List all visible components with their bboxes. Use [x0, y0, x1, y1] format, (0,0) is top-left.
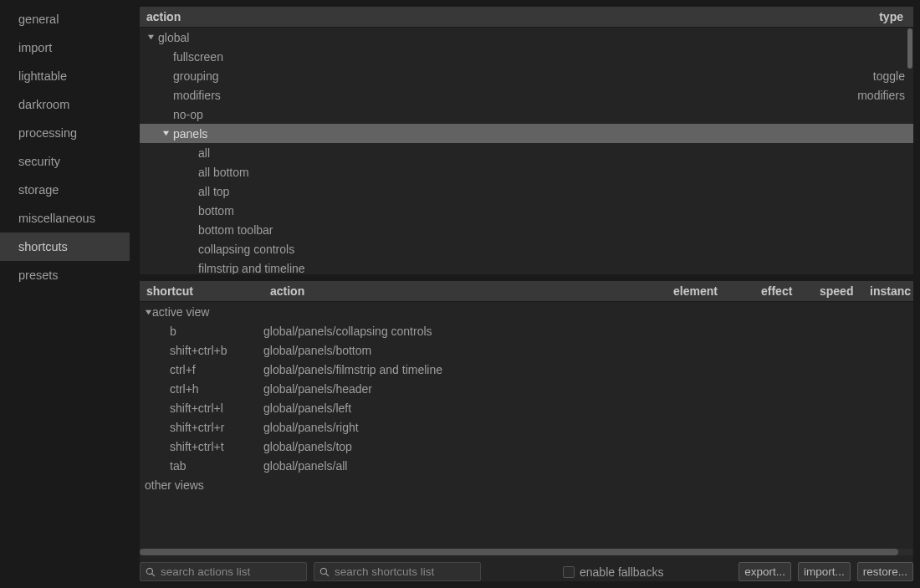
export-button[interactable]: export... — [739, 562, 791, 581]
shortcut-row[interactable]: shift+ctrl+tglobal/panels/top — [140, 437, 913, 456]
shortcut-row[interactable]: ctrl+hglobal/panels/header — [140, 379, 913, 398]
shortcuts-tree[interactable]: active viewbglobal/panels/collapsing con… — [140, 302, 913, 545]
main-panel: action type globalfullscreengroupingtogg… — [130, 0, 920, 588]
action-type: toggle — [873, 69, 913, 83]
action-row[interactable]: no-op — [140, 105, 913, 124]
shortcuts-hscrollbar-thumb[interactable] — [140, 549, 898, 555]
action-label: bottom toolbar — [197, 223, 905, 237]
restore-button[interactable]: restore... — [857, 562, 913, 581]
shortcut-key: ctrl+h — [170, 382, 199, 396]
search-icon — [146, 567, 156, 577]
sidebar-item-import[interactable]: import — [0, 33, 130, 62]
search-actions-box[interactable] — [140, 562, 307, 581]
enable-fallbacks-label: enable fallbacks — [580, 565, 663, 579]
shortcut-key: other views — [145, 478, 204, 492]
action-row[interactable]: groupingtoggle — [140, 66, 913, 85]
shortcuts-header-shortcut[interactable]: shortcut — [140, 281, 263, 301]
actions-scrollbar-thumb[interactable] — [907, 28, 912, 69]
shortcut-key: shift+ctrl+r — [170, 421, 224, 434]
actions-tree[interactable]: globalfullscreengroupingtogglemodifiersm… — [140, 28, 913, 274]
shortcut-row[interactable]: ctrl+fglobal/panels/filmstrip and timeli… — [140, 360, 913, 379]
shortcut-key: shift+ctrl+t — [170, 440, 224, 453]
action-row[interactable]: all bottom — [140, 162, 913, 182]
shortcut-key: tab — [170, 459, 186, 473]
search-shortcuts-input[interactable] — [335, 565, 475, 578]
action-row[interactable]: collapsing controls — [140, 239, 913, 258]
action-label: grouping — [171, 69, 873, 83]
action-label: fullscreen — [171, 50, 905, 64]
shortcut-key: shift+ctrl+l — [170, 401, 223, 415]
sidebar-item-processing[interactable]: processing — [0, 119, 130, 147]
action-label: filmstrip and timeline — [197, 262, 905, 275]
import-button[interactable]: import... — [798, 562, 851, 581]
action-row[interactable]: modifiersmodifiers — [140, 85, 913, 105]
actions-pane: action type globalfullscreengroupingtogg… — [140, 7, 913, 274]
shortcut-key: b — [170, 325, 176, 338]
shortcut-row[interactable]: bglobal/panels/collapsing controls — [140, 321, 913, 340]
search-actions-input[interactable] — [161, 565, 301, 578]
shortcut-action: global/panels/filmstrip and timeline — [263, 363, 667, 376]
sidebar: generalimportlighttabledarkroomprocessin… — [0, 0, 130, 588]
action-label: modifiers — [171, 89, 857, 102]
shortcut-action: global/panels/header — [263, 382, 667, 396]
shortcuts-header-effect[interactable]: effect — [754, 281, 813, 301]
sidebar-item-storage[interactable]: storage — [0, 176, 130, 204]
action-type: modifiers — [857, 89, 913, 102]
shortcuts-header-speed[interactable]: speed — [813, 281, 863, 301]
shortcut-key: ctrl+f — [170, 363, 196, 376]
action-row[interactable]: bottom toolbar — [140, 220, 913, 239]
action-row[interactable]: global — [140, 28, 913, 47]
action-label: all top — [197, 185, 905, 198]
action-label: all — [197, 146, 905, 160]
action-row[interactable]: all — [140, 143, 913, 162]
shortcut-row[interactable]: shift+ctrl+bglobal/panels/bottom — [140, 340, 913, 360]
action-label: all bottom — [197, 166, 905, 179]
shortcut-row[interactable]: shift+ctrl+rglobal/panels/right — [140, 417, 913, 437]
shortcuts-header-element[interactable]: element — [667, 281, 754, 301]
action-label: bottom — [197, 204, 905, 217]
action-label: collapsing controls — [197, 243, 905, 256]
shortcut-action: global/panels/all — [263, 459, 667, 473]
search-shortcuts-box[interactable] — [314, 562, 481, 581]
chevron-down-icon — [145, 305, 152, 319]
actions-header-action[interactable]: action — [140, 7, 846, 27]
action-row[interactable]: fullscreen — [140, 47, 913, 66]
search-icon — [319, 567, 330, 577]
shortcut-action: global/panels/collapsing controls — [263, 325, 667, 338]
action-label: no-op — [171, 108, 905, 121]
enable-fallbacks-wrap[interactable]: enable fallbacks — [563, 565, 663, 579]
shortcut-action: global/panels/top — [263, 440, 667, 453]
sidebar-item-security[interactable]: security — [0, 147, 130, 176]
shortcut-key: shift+ctrl+b — [170, 344, 227, 357]
action-row[interactable]: filmstrip and timeline — [140, 258, 913, 274]
sidebar-item-darkroom[interactable]: darkroom — [0, 90, 130, 119]
shortcuts-header-action[interactable]: action — [263, 281, 667, 301]
actions-header-type[interactable]: type — [846, 7, 913, 27]
action-row[interactable]: panels — [140, 124, 913, 143]
action-label: panels — [171, 127, 905, 141]
shortcuts-pane: shortcut action element effect speed ins… — [140, 281, 913, 581]
actions-header: action type — [140, 7, 913, 28]
sidebar-item-miscellaneous[interactable]: miscellaneous — [0, 204, 130, 233]
shortcut-row[interactable]: tabglobal/panels/all — [140, 456, 913, 475]
sidebar-item-lighttable[interactable]: lighttable — [0, 62, 130, 90]
shortcut-key: active view — [152, 305, 209, 319]
action-row[interactable]: bottom — [140, 201, 913, 220]
action-row[interactable]: all top — [140, 182, 913, 201]
shortcut-row[interactable]: shift+ctrl+lglobal/panels/left — [140, 398, 913, 417]
sidebar-item-presets[interactable]: presets — [0, 261, 130, 289]
shortcut-row[interactable]: other views — [140, 475, 913, 494]
shortcuts-hscrollbar[interactable] — [140, 549, 913, 555]
shortcut-action: global/panels/bottom — [263, 344, 667, 357]
shortcuts-header-instance[interactable]: instanc — [863, 281, 913, 301]
sidebar-item-shortcuts[interactable]: shortcuts — [0, 233, 130, 261]
chevron-down-icon — [160, 130, 171, 137]
action-label: global — [156, 31, 905, 44]
enable-fallbacks-checkbox[interactable] — [563, 566, 575, 578]
shortcut-row[interactable]: active view — [140, 302, 913, 321]
sidebar-item-general[interactable]: general — [0, 5, 130, 33]
shortcut-action: global/panels/left — [263, 401, 667, 415]
shortcut-action: global/panels/right — [263, 421, 667, 434]
footer: enable fallbacks export... import... res… — [140, 555, 913, 581]
shortcuts-header: shortcut action element effect speed ins… — [140, 281, 913, 302]
